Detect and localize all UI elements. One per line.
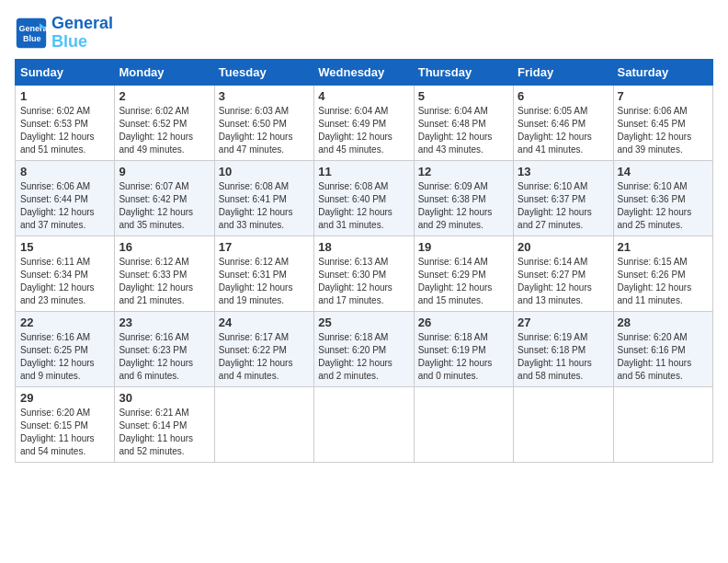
day-info: Sunrise: 6:09 AM Sunset: 6:38 PM Dayligh… (418, 180, 509, 232)
calendar-cell: 9Sunrise: 6:07 AM Sunset: 6:42 PM Daylig… (115, 160, 214, 236)
day-number: 25 (318, 316, 409, 329)
svg-text:General: General (19, 24, 49, 33)
svg-text:Blue: Blue (23, 34, 41, 43)
calendar-week-3: 15Sunrise: 6:11 AM Sunset: 6:34 PM Dayli… (16, 236, 713, 311)
day-info: Sunrise: 6:12 AM Sunset: 6:33 PM Dayligh… (119, 256, 210, 307)
header-monday: Monday (115, 59, 214, 85)
day-info: Sunrise: 6:13 AM Sunset: 6:30 PM Dayligh… (318, 256, 409, 307)
day-info: Sunrise: 6:02 AM Sunset: 6:53 PM Dayligh… (20, 105, 110, 156)
calendar-cell: 12Sunrise: 6:09 AM Sunset: 6:38 PM Dayli… (414, 160, 513, 236)
day-info: Sunrise: 6:21 AM Sunset: 6:14 PM Dayligh… (119, 407, 210, 458)
day-info: Sunrise: 6:18 AM Sunset: 6:20 PM Dayligh… (318, 331, 409, 383)
day-number: 7 (618, 89, 709, 103)
day-number: 12 (418, 165, 509, 178)
day-number: 11 (318, 165, 409, 178)
day-number: 23 (119, 316, 210, 329)
day-number: 27 (518, 316, 609, 329)
calendar-cell: 30Sunrise: 6:21 AM Sunset: 6:14 PM Dayli… (115, 386, 214, 462)
day-info: Sunrise: 6:10 AM Sunset: 6:37 PM Dayligh… (518, 180, 609, 232)
calendar-cell: 21Sunrise: 6:15 AM Sunset: 6:26 PM Dayli… (613, 236, 712, 311)
day-number: 3 (219, 89, 310, 103)
calendar-cell: 4Sunrise: 6:04 AM Sunset: 6:49 PM Daylig… (314, 85, 414, 160)
calendar-cell: 16Sunrise: 6:12 AM Sunset: 6:33 PM Dayli… (115, 236, 214, 311)
calendar-cell: 8Sunrise: 6:06 AM Sunset: 6:44 PM Daylig… (16, 160, 115, 236)
calendar-cell: 18Sunrise: 6:13 AM Sunset: 6:30 PM Dayli… (314, 236, 414, 311)
day-info: Sunrise: 6:14 AM Sunset: 6:27 PM Dayligh… (518, 256, 609, 307)
day-number: 24 (219, 316, 310, 329)
calendar-cell: 3Sunrise: 6:03 AM Sunset: 6:50 PM Daylig… (214, 85, 313, 160)
calendar-cell (514, 386, 613, 462)
header-saturday: Saturday (613, 59, 712, 85)
calendar-cell: 20Sunrise: 6:14 AM Sunset: 6:27 PM Dayli… (514, 236, 613, 311)
day-number: 17 (219, 240, 310, 254)
calendar-cell: 28Sunrise: 6:20 AM Sunset: 6:16 PM Dayli… (613, 311, 712, 386)
day-info: Sunrise: 6:20 AM Sunset: 6:16 PM Dayligh… (618, 331, 709, 383)
day-info: Sunrise: 6:14 AM Sunset: 6:29 PM Dayligh… (418, 256, 509, 307)
day-number: 6 (518, 89, 609, 103)
calendar-cell: 6Sunrise: 6:05 AM Sunset: 6:46 PM Daylig… (514, 85, 613, 160)
day-info: Sunrise: 6:11 AM Sunset: 6:34 PM Dayligh… (20, 256, 110, 307)
day-number: 1 (20, 89, 110, 103)
day-info: Sunrise: 6:06 AM Sunset: 6:44 PM Dayligh… (20, 180, 110, 232)
day-number: 21 (618, 240, 709, 254)
day-info: Sunrise: 6:03 AM Sunset: 6:50 PM Dayligh… (219, 105, 310, 156)
calendar-cell: 29Sunrise: 6:20 AM Sunset: 6:15 PM Dayli… (16, 386, 115, 462)
logo-icon: General Blue (15, 17, 48, 50)
calendar-cell: 7Sunrise: 6:06 AM Sunset: 6:45 PM Daylig… (613, 85, 712, 160)
day-number: 30 (119, 391, 210, 405)
day-info: Sunrise: 6:06 AM Sunset: 6:45 PM Dayligh… (618, 105, 709, 156)
calendar-cell: 2Sunrise: 6:02 AM Sunset: 6:52 PM Daylig… (115, 85, 214, 160)
day-info: Sunrise: 6:04 AM Sunset: 6:48 PM Dayligh… (418, 105, 509, 156)
day-info: Sunrise: 6:19 AM Sunset: 6:18 PM Dayligh… (518, 331, 609, 383)
day-number: 16 (119, 240, 210, 254)
day-info: Sunrise: 6:08 AM Sunset: 6:40 PM Dayligh… (318, 180, 409, 232)
calendar-cell: 1Sunrise: 6:02 AM Sunset: 6:53 PM Daylig… (16, 85, 115, 160)
calendar-cell: 15Sunrise: 6:11 AM Sunset: 6:34 PM Dayli… (16, 236, 115, 311)
page-header: General Blue General Blue (15, 15, 713, 52)
day-number: 5 (418, 89, 509, 103)
day-number: 9 (119, 165, 210, 178)
day-number: 26 (418, 316, 509, 329)
day-number: 29 (20, 391, 110, 405)
day-info: Sunrise: 6:17 AM Sunset: 6:22 PM Dayligh… (219, 331, 310, 383)
day-info: Sunrise: 6:04 AM Sunset: 6:49 PM Dayligh… (318, 105, 409, 156)
day-info: Sunrise: 6:02 AM Sunset: 6:52 PM Dayligh… (119, 105, 210, 156)
day-number: 28 (618, 316, 709, 329)
day-info: Sunrise: 6:05 AM Sunset: 6:46 PM Dayligh… (518, 105, 609, 156)
calendar-cell: 11Sunrise: 6:08 AM Sunset: 6:40 PM Dayli… (314, 160, 414, 236)
day-number: 18 (318, 240, 409, 254)
day-number: 8 (20, 165, 110, 178)
calendar-cell: 13Sunrise: 6:10 AM Sunset: 6:37 PM Dayli… (514, 160, 613, 236)
calendar-cell: 24Sunrise: 6:17 AM Sunset: 6:22 PM Dayli… (214, 311, 313, 386)
header-wednesday: Wednesday (314, 59, 414, 85)
calendar-cell: 17Sunrise: 6:12 AM Sunset: 6:31 PM Dayli… (214, 236, 313, 311)
day-info: Sunrise: 6:16 AM Sunset: 6:23 PM Dayligh… (119, 331, 210, 383)
calendar-cell: 19Sunrise: 6:14 AM Sunset: 6:29 PM Dayli… (414, 236, 513, 311)
header-thursday: Thursday (414, 59, 513, 85)
day-info: Sunrise: 6:16 AM Sunset: 6:25 PM Dayligh… (20, 331, 110, 383)
day-number: 4 (318, 89, 409, 103)
day-number: 15 (20, 240, 110, 254)
day-number: 14 (618, 165, 709, 178)
calendar-header-row: SundayMondayTuesdayWednesdayThursdayFrid… (16, 59, 713, 85)
day-info: Sunrise: 6:20 AM Sunset: 6:15 PM Dayligh… (20, 407, 110, 458)
calendar-cell: 25Sunrise: 6:18 AM Sunset: 6:20 PM Dayli… (314, 311, 414, 386)
day-number: 22 (20, 316, 110, 329)
day-info: Sunrise: 6:18 AM Sunset: 6:19 PM Dayligh… (418, 331, 509, 383)
day-info: Sunrise: 6:07 AM Sunset: 6:42 PM Dayligh… (119, 180, 210, 232)
day-info: Sunrise: 6:10 AM Sunset: 6:36 PM Dayligh… (618, 180, 709, 232)
logo: General Blue General Blue (15, 15, 113, 52)
calendar-cell (314, 386, 414, 462)
calendar-cell: 5Sunrise: 6:04 AM Sunset: 6:48 PM Daylig… (414, 85, 513, 160)
day-number: 20 (518, 240, 609, 254)
calendar-cell (414, 386, 513, 462)
calendar-cell: 14Sunrise: 6:10 AM Sunset: 6:36 PM Dayli… (613, 160, 712, 236)
calendar-cell: 22Sunrise: 6:16 AM Sunset: 6:25 PM Dayli… (16, 311, 115, 386)
day-number: 2 (119, 89, 210, 103)
day-info: Sunrise: 6:15 AM Sunset: 6:26 PM Dayligh… (618, 256, 709, 307)
day-number: 13 (518, 165, 609, 178)
calendar-week-2: 8Sunrise: 6:06 AM Sunset: 6:44 PM Daylig… (16, 160, 713, 236)
header-sunday: Sunday (16, 59, 115, 85)
calendar-week-1: 1Sunrise: 6:02 AM Sunset: 6:53 PM Daylig… (16, 85, 713, 160)
calendar-cell: 23Sunrise: 6:16 AM Sunset: 6:23 PM Dayli… (115, 311, 214, 386)
